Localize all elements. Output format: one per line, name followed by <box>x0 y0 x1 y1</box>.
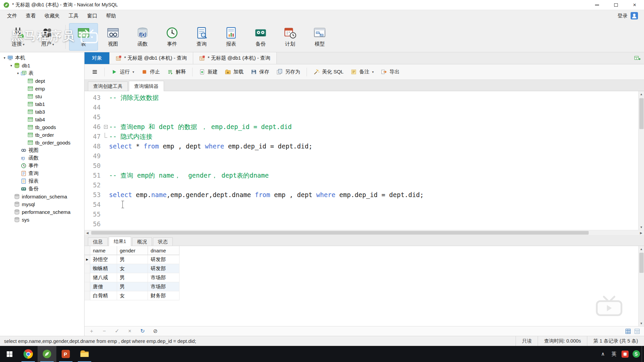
tree-item-functions[interactable]: f()函数 <box>0 154 84 162</box>
tree-item-information_schema[interactable]: information_schema <box>0 193 84 200</box>
tree-item-tab3[interactable]: tab3 <box>0 108 84 116</box>
tree-item-mysql[interactable]: mysql <box>0 200 84 208</box>
table-row[interactable]: 白骨精女财务部 <box>85 291 179 300</box>
login-user-icon[interactable] <box>631 12 638 19</box>
tray-red-app[interactable] <box>620 346 631 362</box>
form-view-icon[interactable] <box>634 328 640 334</box>
code-line-46[interactable]: 46-- 查询emp 和 dept 的数据 ， emp.dep_id = dep… <box>85 122 638 132</box>
tree-item-tb_order_goods[interactable]: tb_order_goods <box>0 139 84 146</box>
table-row[interactable]: ▶孙悟空男研发部 <box>85 255 179 264</box>
cell[interactable]: 男 <box>117 255 148 264</box>
sql-editor[interactable]: 43-- 消除无效数据444546-- 查询emp 和 dept 的数据 ， e… <box>85 91 638 230</box>
tree-item-emp[interactable]: emp <box>0 85 84 93</box>
tree-item-tab1[interactable]: tab1 <box>0 100 84 108</box>
scroll-down-icon[interactable]: ▼ <box>639 320 644 326</box>
subtab-builder[interactable]: 查询创建工具 <box>88 81 128 91</box>
scroll-down-icon[interactable]: ▼ <box>639 224 644 230</box>
discard-changes-button[interactable]: × <box>127 328 133 334</box>
cell[interactable]: 男 <box>117 282 148 291</box>
editor-hscrollbar[interactable]: ◀ ▶ <box>85 230 644 236</box>
query-note-button[interactable]: 备注▾ <box>347 66 377 77</box>
start-button[interactable] <box>0 346 19 362</box>
toolbar-schedule-button[interactable]: 计划 <box>276 23 305 51</box>
fold-collapse-icon[interactable] <box>104 125 108 129</box>
cell[interactable]: 财务部 <box>148 291 179 300</box>
code-line-45[interactable]: 45 <box>85 112 638 122</box>
tray-sogou[interactable]: S <box>631 346 642 362</box>
scroll-up-icon[interactable]: ▲ <box>639 246 644 252</box>
login-label[interactable]: 登录 <box>618 13 628 19</box>
tree-item-performance_schema[interactable]: performance_schema <box>0 208 84 216</box>
tree-item-reports[interactable]: 报表 <box>0 177 84 185</box>
toolbar-views-button[interactable]: 视图 <box>99 23 127 51</box>
doc-tab-query1[interactable]: * 无标题 @db1 (本机) - 查询 <box>110 52 193 64</box>
code-line-53[interactable]: 53select emp.name,emp.gender,dept.dname … <box>85 190 638 200</box>
language-indicator[interactable]: 英 <box>608 346 620 362</box>
taskbar-explorer[interactable] <box>75 346 94 362</box>
column-header-name[interactable]: name <box>90 246 117 255</box>
stop-button[interactable]: ⊘ <box>152 328 158 334</box>
code-line-52[interactable]: 52 <box>85 180 638 190</box>
menu-file[interactable]: 文件 <box>3 10 21 21</box>
tree-item-views[interactable]: 视图 <box>0 146 84 154</box>
taskbar-powerpoint[interactable]: P <box>56 346 75 362</box>
code-line-50[interactable]: 50 <box>85 161 638 171</box>
toolbar-tables-button[interactable]: 表 <box>69 23 98 51</box>
taskbar-chrome[interactable] <box>19 346 38 362</box>
cell[interactable]: 市场部 <box>148 282 179 291</box>
query-run-button[interactable]: 运行▾ <box>108 66 137 77</box>
menu-tools[interactable]: 工具 <box>64 10 83 21</box>
table-row[interactable]: 唐僧男市场部 <box>85 282 179 291</box>
tree-item-queries[interactable]: 查询 <box>0 170 84 177</box>
toolbar-functions-button[interactable]: f(x)函数 <box>128 23 157 51</box>
query-beautify-button[interactable]: 美化 SQL <box>310 66 346 77</box>
query-stop-button[interactable]: 停止 <box>138 66 163 77</box>
subtab-editor[interactable]: 查询编辑器 <box>129 81 164 91</box>
tree-item-backups[interactable]: 备份 <box>0 185 84 193</box>
result-tab-message[interactable]: 信息 <box>88 237 108 246</box>
tree-item-tb_goods[interactable]: tb_goods <box>0 123 84 131</box>
maximize-button[interactable] <box>606 0 625 10</box>
tree-item-stu[interactable]: stu <box>0 93 84 100</box>
scroll-right-icon[interactable]: ▶ <box>638 230 644 235</box>
grid-vscrollbar[interactable]: ▲ ▼ <box>638 246 644 326</box>
result-tab-status[interactable]: 状态 <box>153 237 173 246</box>
scroll-up-icon[interactable]: ▲ <box>639 91 644 97</box>
code-line-48[interactable]: 48select * from emp , dept where emp.dep… <box>85 141 638 151</box>
doc-tab-objects[interactable]: 对象 <box>85 52 110 64</box>
close-button[interactable]: × <box>625 0 644 10</box>
grid-view-icon[interactable] <box>625 328 631 334</box>
tree-item-dept[interactable]: dept <box>0 77 84 85</box>
cell[interactable]: 女 <box>117 291 148 300</box>
code-line-47[interactable]: 47-- 隐式内连接 <box>85 132 638 141</box>
cell[interactable]: 蜘蛛精 <box>90 264 117 273</box>
code-line-54[interactable]: 54 <box>85 200 638 209</box>
tray-expand-button[interactable]: ∧ <box>597 346 608 362</box>
code-line-55[interactable]: 55 <box>85 209 638 219</box>
cell[interactable]: 市场部 <box>148 273 179 282</box>
toolbar-connection-button[interactable]: 连接▾ <box>4 23 33 51</box>
toolbar-reports-button[interactable]: 报表 <box>217 23 246 51</box>
add-record-button[interactable]: ＋ <box>89 328 95 334</box>
toolbar-events-button[interactable]: 事件 <box>158 23 186 51</box>
toolbar-model-button[interactable]: 模型 <box>305 23 334 51</box>
query-menu-button[interactable] <box>89 66 101 77</box>
menu-favorites[interactable]: 收藏夹 <box>40 10 64 21</box>
toolbar-users-button[interactable]: 用户▾ <box>33 23 62 51</box>
code-line-51[interactable]: 51-- 查询 emp的 name， gender， dept表的dname <box>85 171 638 180</box>
toolbar-queries-button[interactable]: 查询 <box>187 23 216 51</box>
minimize-button[interactable] <box>588 0 606 10</box>
tree-item-db1[interactable]: ▾db1 <box>0 62 84 69</box>
table-row[interactable]: 猪八戒男市场部 <box>85 273 179 282</box>
tree-item-tab4[interactable]: tab4 <box>0 116 84 123</box>
column-header-gender[interactable]: gender <box>117 246 148 255</box>
refresh-button[interactable]: ↻ <box>140 328 146 334</box>
apply-changes-button[interactable]: ✓ <box>114 328 120 334</box>
code-line-49[interactable]: 49 <box>85 151 638 161</box>
menu-view[interactable]: 查看 <box>21 10 40 21</box>
code-line-56[interactable]: 56 <box>85 219 638 229</box>
cell[interactable]: 研发部 <box>148 255 179 264</box>
tree-item-tb_order[interactable]: tb_order <box>0 131 84 139</box>
query-load-button[interactable]: 加载 <box>222 66 247 77</box>
code-line-43[interactable]: 43-- 消除无效数据 <box>85 93 638 103</box>
